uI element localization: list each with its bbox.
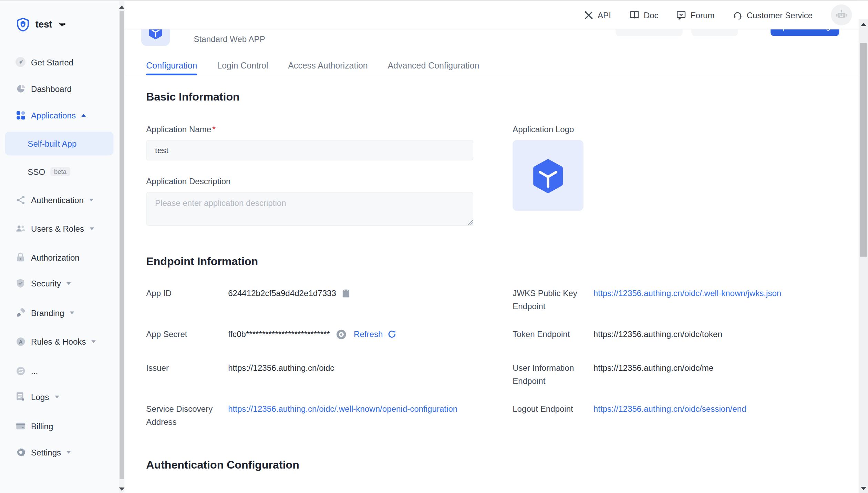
jwks-endpoint-value: https://12356.authing.cn/oidc/.well-know…	[593, 286, 851, 300]
sidebar-item-security[interactable]: Security	[0, 275, 119, 292]
tools-icon	[584, 10, 593, 20]
share-nodes-icon	[16, 195, 25, 205]
sidebar-item-authorization[interactable]: Authorization	[0, 249, 119, 265]
top-header: API Doc Forum Customer Service	[125, 1, 859, 29]
logout-endpoint-label: Logout Endpoint	[513, 402, 596, 416]
nav-forum[interactable]: Forum	[677, 10, 715, 20]
headset-icon	[733, 10, 742, 20]
sidebar: test Get Started Dashboard Applications …	[0, 1, 119, 493]
authentication-configuration-title: Authentication Configuration	[146, 459, 299, 471]
app-type-label: Standard Web APP	[194, 34, 265, 44]
sidebar-item-settings[interactable]: Settings	[0, 444, 119, 460]
assistant-avatar[interactable]	[831, 4, 852, 25]
robot-icon	[835, 8, 848, 22]
workspace-name: test	[35, 19, 52, 30]
token-endpoint-value: https://12356.authing.cn/oidc/token	[593, 327, 851, 341]
tab-configuration[interactable]: Configuration	[146, 56, 197, 75]
nav-customer-service[interactable]: Customer Service	[733, 10, 813, 20]
user-info-endpoint-value: https://12356.authing.cn/oidc/me	[593, 361, 851, 375]
tab-advanced-configuration[interactable]: Advanced Configuration	[388, 56, 479, 75]
copy-icon[interactable]	[342, 289, 350, 298]
credit-card-icon	[16, 421, 25, 431]
endpoint-information-title: Endpoint Information	[146, 255, 258, 268]
sidebar-item-more[interactable]: ...	[0, 363, 119, 379]
scroll-up-arrow-icon[interactable]	[119, 6, 125, 9]
sidebar-scrollbar[interactable]	[119, 1, 125, 493]
workspace-switcher[interactable]: test	[17, 18, 65, 31]
sidebar-item-get-started[interactable]: Get Started	[0, 54, 119, 70]
scroll-down-arrow-icon[interactable]	[860, 487, 866, 490]
chevron-down-icon	[70, 311, 74, 314]
eye-icon[interactable]	[336, 329, 347, 339]
book-icon	[629, 11, 639, 20]
chevron-down-icon	[54, 395, 59, 398]
application-name-input[interactable]	[146, 140, 473, 160]
scroll-up-arrow-icon[interactable]	[860, 23, 866, 26]
sidebar-item-self-built-app[interactable]: Self-built App	[5, 132, 113, 155]
chevron-down-icon	[89, 198, 94, 201]
tutorial-button[interactable]: Tutorial	[691, 29, 738, 36]
user-info-endpoint-label: User Information Endpoint	[513, 361, 596, 388]
sidebar-item-sso[interactable]: SSO beta	[0, 162, 119, 180]
sidebar-item-applications[interactable]: Applications	[0, 107, 119, 123]
app-id-value: 624412b2cf5a9d4d2e1d7333	[228, 286, 474, 300]
app-id-label: App ID	[146, 286, 229, 300]
issuer-label: Issuer	[146, 361, 229, 375]
sync-circle-icon	[16, 366, 25, 376]
required-asterisk: *	[212, 125, 215, 134]
tab-bar: Configuration Login Control Access Autho…	[125, 56, 859, 75]
sidebar-scrollbar-thumb[interactable]	[120, 11, 124, 479]
compass-icon	[16, 57, 25, 67]
sidebar-item-users-roles[interactable]: Users & Roles	[0, 220, 119, 237]
service-discovery-label: Service Discovery Address	[146, 402, 229, 429]
cube-icon	[148, 29, 163, 40]
service-discovery-value: https://12356.authing.cn/oidc/.well-know…	[228, 402, 474, 416]
refresh-link[interactable]: Refresh	[354, 327, 383, 341]
gear-icon	[16, 447, 25, 457]
pie-chart-icon	[16, 84, 25, 94]
application-logo-uploader[interactable]	[513, 140, 583, 211]
users-icon	[16, 223, 25, 233]
paint-brush-icon	[16, 308, 25, 318]
sidebar-item-authentication[interactable]: Authentication	[0, 191, 119, 208]
main-scrollbar-thumb[interactable]	[860, 43, 867, 256]
app-secret-label: App Secret	[146, 327, 229, 341]
sidebar-item-dashboard[interactable]: Dashboard	[0, 80, 119, 97]
application-description-textarea[interactable]	[146, 192, 473, 226]
refresh-icon[interactable]	[387, 330, 396, 339]
data-overview-button[interactable]: Data Overview	[616, 29, 682, 36]
beta-badge: beta	[50, 167, 70, 176]
circle-a-icon: A	[16, 336, 25, 346]
nav-api[interactable]: API	[584, 10, 611, 20]
chevron-down-icon	[59, 22, 65, 27]
document-lines-icon	[16, 392, 25, 402]
chevron-down-icon	[66, 451, 71, 453]
jwks-endpoint-label: JWKS Public Key Endpoint	[513, 286, 596, 313]
nav-doc[interactable]: Doc	[629, 10, 659, 20]
token-endpoint-label: Token Endpoint	[513, 327, 596, 341]
sidebar-item-branding[interactable]: Branding	[0, 304, 119, 321]
jwks-endpoint-link[interactable]: https://12356.authing.cn/oidc/.well-know…	[593, 288, 781, 297]
scroll-down-arrow-icon[interactable]	[119, 487, 125, 491]
experience-login-button[interactable]: Experience Login	[771, 29, 839, 36]
shield-check-icon	[16, 278, 25, 288]
application-name-label: Application Name*	[146, 125, 216, 134]
chevron-down-icon	[90, 227, 94, 230]
tab-login-control[interactable]: Login Control	[217, 56, 268, 75]
sidebar-item-billing[interactable]: Billing	[0, 418, 119, 434]
app-window: test Get Started Dashboard Applications …	[0, 0, 868, 493]
application-description-label: Application Description	[146, 177, 230, 186]
chevron-down-icon	[66, 282, 71, 285]
application-logo-label: Application Logo	[513, 125, 574, 134]
chevron-up-icon	[81, 114, 86, 116]
tab-access-authorization[interactable]: Access Authorization	[288, 56, 368, 75]
issuer-value: https://12356.authing.cn/oidc	[228, 361, 474, 375]
app-secret-value: ffc0b************************** Refresh	[228, 327, 474, 341]
main-scrollbar[interactable]	[859, 19, 868, 493]
service-discovery-link[interactable]: https://12356.authing.cn/oidc/.well-know…	[228, 402, 459, 416]
logout-endpoint-link[interactable]: https://12356.authing.cn/oidc/session/en…	[593, 404, 746, 413]
sidebar-item-logs[interactable]: Logs	[0, 388, 119, 405]
main-content: Data Overview Tutorial Experience Login …	[125, 29, 859, 493]
sidebar-item-rules-hooks[interactable]: A Rules & Hooks	[0, 333, 119, 349]
app-logo-small	[141, 29, 170, 46]
